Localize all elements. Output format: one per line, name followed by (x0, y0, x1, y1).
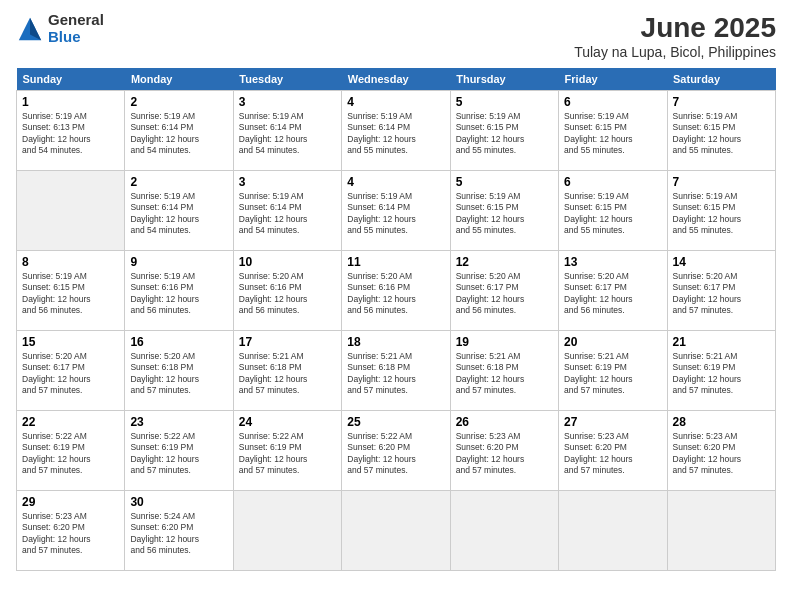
table-cell (450, 491, 558, 571)
day-info: Sunrise: 5:23 AMSunset: 6:20 PMDaylight:… (673, 431, 770, 477)
table-cell (342, 491, 450, 571)
logo-text: General Blue (48, 12, 104, 45)
table-cell: 28Sunrise: 5:23 AMSunset: 6:20 PMDayligh… (667, 411, 775, 491)
table-cell: 13Sunrise: 5:20 AMSunset: 6:17 PMDayligh… (559, 251, 667, 331)
day-number: 20 (564, 335, 661, 349)
day-number: 19 (456, 335, 553, 349)
day-number: 18 (347, 335, 444, 349)
day-info: Sunrise: 5:19 AMSunset: 6:14 PMDaylight:… (347, 191, 444, 237)
day-number: 9 (130, 255, 227, 269)
day-info: Sunrise: 5:22 AMSunset: 6:20 PMDaylight:… (347, 431, 444, 477)
day-number: 3 (239, 95, 336, 109)
table-cell: 3Sunrise: 5:19 AMSunset: 6:14 PMDaylight… (233, 91, 341, 171)
day-number: 11 (347, 255, 444, 269)
day-info: Sunrise: 5:21 AMSunset: 6:19 PMDaylight:… (673, 351, 770, 397)
table-row: 1Sunrise: 5:19 AMSunset: 6:13 PMDaylight… (17, 91, 776, 171)
table-cell: 9Sunrise: 5:19 AMSunset: 6:16 PMDaylight… (125, 251, 233, 331)
day-info: Sunrise: 5:19 AMSunset: 6:14 PMDaylight:… (130, 191, 227, 237)
day-info: Sunrise: 5:19 AMSunset: 6:15 PMDaylight:… (673, 111, 770, 157)
location-title: Tulay na Lupa, Bicol, Philippines (574, 44, 776, 60)
table-cell: 4Sunrise: 5:19 AMSunset: 6:14 PMDaylight… (342, 171, 450, 251)
table-cell: 4Sunrise: 5:19 AMSunset: 6:14 PMDaylight… (342, 91, 450, 171)
table-cell: 24Sunrise: 5:22 AMSunset: 6:19 PMDayligh… (233, 411, 341, 491)
table-cell: 20Sunrise: 5:21 AMSunset: 6:19 PMDayligh… (559, 331, 667, 411)
logo: General Blue (16, 12, 104, 45)
day-info: Sunrise: 5:19 AMSunset: 6:15 PMDaylight:… (564, 191, 661, 237)
day-number: 10 (239, 255, 336, 269)
day-info: Sunrise: 5:19 AMSunset: 6:15 PMDaylight:… (22, 271, 119, 317)
table-cell: 10Sunrise: 5:20 AMSunset: 6:16 PMDayligh… (233, 251, 341, 331)
table-cell: 5Sunrise: 5:19 AMSunset: 6:15 PMDaylight… (450, 171, 558, 251)
day-number: 7 (673, 175, 770, 189)
day-info: Sunrise: 5:21 AMSunset: 6:18 PMDaylight:… (456, 351, 553, 397)
day-info: Sunrise: 5:19 AMSunset: 6:13 PMDaylight:… (22, 111, 119, 157)
day-number: 8 (22, 255, 119, 269)
day-info: Sunrise: 5:22 AMSunset: 6:19 PMDaylight:… (130, 431, 227, 477)
table-cell: 8Sunrise: 5:19 AMSunset: 6:15 PMDaylight… (17, 251, 125, 331)
day-number: 28 (673, 415, 770, 429)
day-number: 27 (564, 415, 661, 429)
table-cell: 26Sunrise: 5:23 AMSunset: 6:20 PMDayligh… (450, 411, 558, 491)
day-number: 29 (22, 495, 119, 509)
table-cell: 25Sunrise: 5:22 AMSunset: 6:20 PMDayligh… (342, 411, 450, 491)
table-cell: 7Sunrise: 5:19 AMSunset: 6:15 PMDaylight… (667, 171, 775, 251)
day-number: 2 (130, 175, 227, 189)
month-title: June 2025 (574, 12, 776, 44)
day-info: Sunrise: 5:19 AMSunset: 6:14 PMDaylight:… (239, 111, 336, 157)
table-cell: 22Sunrise: 5:22 AMSunset: 6:19 PMDayligh… (17, 411, 125, 491)
day-number: 22 (22, 415, 119, 429)
day-number: 6 (564, 175, 661, 189)
page: General Blue June 2025 Tulay na Lupa, Bi… (0, 0, 792, 612)
header-sunday: Sunday (17, 68, 125, 91)
table-cell: 5Sunrise: 5:19 AMSunset: 6:15 PMDaylight… (450, 91, 558, 171)
day-info: Sunrise: 5:20 AMSunset: 6:17 PMDaylight:… (564, 271, 661, 317)
table-cell: 23Sunrise: 5:22 AMSunset: 6:19 PMDayligh… (125, 411, 233, 491)
day-info: Sunrise: 5:22 AMSunset: 6:19 PMDaylight:… (22, 431, 119, 477)
table-cell: 21Sunrise: 5:21 AMSunset: 6:19 PMDayligh… (667, 331, 775, 411)
day-info: Sunrise: 5:21 AMSunset: 6:19 PMDaylight:… (564, 351, 661, 397)
day-info: Sunrise: 5:19 AMSunset: 6:15 PMDaylight:… (564, 111, 661, 157)
table-cell: 27Sunrise: 5:23 AMSunset: 6:20 PMDayligh… (559, 411, 667, 491)
day-number: 24 (239, 415, 336, 429)
day-number: 3 (239, 175, 336, 189)
table-cell: 12Sunrise: 5:20 AMSunset: 6:17 PMDayligh… (450, 251, 558, 331)
day-info: Sunrise: 5:22 AMSunset: 6:19 PMDaylight:… (239, 431, 336, 477)
day-number: 16 (130, 335, 227, 349)
table-cell: 2Sunrise: 5:19 AMSunset: 6:14 PMDaylight… (125, 91, 233, 171)
day-number: 25 (347, 415, 444, 429)
day-info: Sunrise: 5:20 AMSunset: 6:17 PMDaylight:… (456, 271, 553, 317)
table-cell (667, 491, 775, 571)
day-number: 4 (347, 175, 444, 189)
table-row: 8Sunrise: 5:19 AMSunset: 6:15 PMDaylight… (17, 251, 776, 331)
day-number: 4 (347, 95, 444, 109)
day-number: 15 (22, 335, 119, 349)
logo-blue: Blue (48, 29, 104, 46)
day-number: 30 (130, 495, 227, 509)
day-info: Sunrise: 5:19 AMSunset: 6:15 PMDaylight:… (673, 191, 770, 237)
logo-icon (16, 15, 44, 43)
header-thursday: Thursday (450, 68, 558, 91)
day-info: Sunrise: 5:19 AMSunset: 6:15 PMDaylight:… (456, 111, 553, 157)
weekday-header-row: Sunday Monday Tuesday Wednesday Thursday… (17, 68, 776, 91)
table-cell: 6Sunrise: 5:19 AMSunset: 6:15 PMDaylight… (559, 91, 667, 171)
header-tuesday: Tuesday (233, 68, 341, 91)
day-info: Sunrise: 5:20 AMSunset: 6:16 PMDaylight:… (239, 271, 336, 317)
table-cell: 19Sunrise: 5:21 AMSunset: 6:18 PMDayligh… (450, 331, 558, 411)
day-number: 2 (130, 95, 227, 109)
table-row: 22Sunrise: 5:22 AMSunset: 6:19 PMDayligh… (17, 411, 776, 491)
day-info: Sunrise: 5:20 AMSunset: 6:18 PMDaylight:… (130, 351, 227, 397)
day-info: Sunrise: 5:20 AMSunset: 6:17 PMDaylight:… (22, 351, 119, 397)
day-number: 23 (130, 415, 227, 429)
day-number: 6 (564, 95, 661, 109)
day-number: 26 (456, 415, 553, 429)
table-cell (233, 491, 341, 571)
table-cell: 17Sunrise: 5:21 AMSunset: 6:18 PMDayligh… (233, 331, 341, 411)
header-wednesday: Wednesday (342, 68, 450, 91)
day-number: 13 (564, 255, 661, 269)
day-number: 14 (673, 255, 770, 269)
table-cell: 3Sunrise: 5:19 AMSunset: 6:14 PMDaylight… (233, 171, 341, 251)
day-number: 21 (673, 335, 770, 349)
table-cell: 18Sunrise: 5:21 AMSunset: 6:18 PMDayligh… (342, 331, 450, 411)
header-monday: Monday (125, 68, 233, 91)
header: General Blue June 2025 Tulay na Lupa, Bi… (16, 12, 776, 60)
